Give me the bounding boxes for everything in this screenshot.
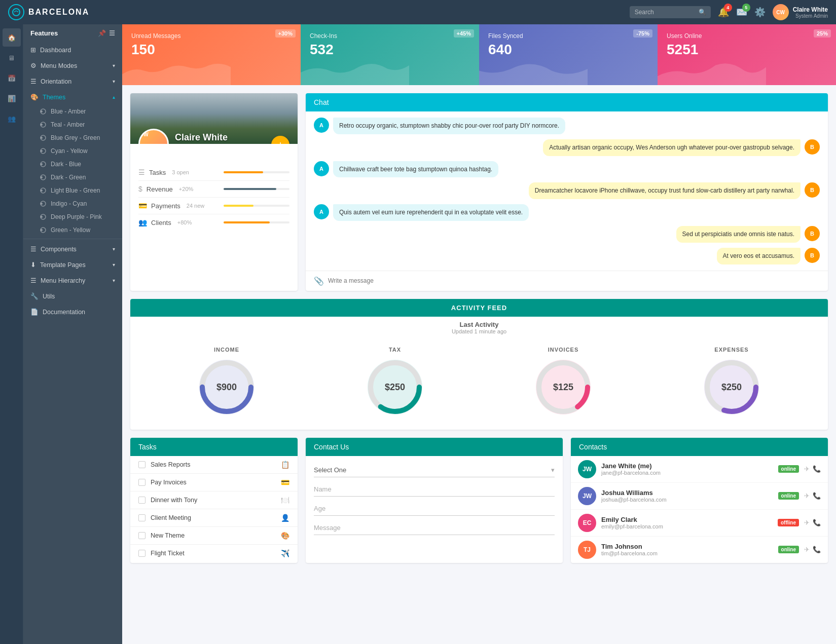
chat-bubble: Dreamcatcher locavore iPhone chillwave, … [529, 182, 801, 199]
sidebar-item-dashboard[interactable]: ⊞ Dashboard [23, 42, 122, 58]
orientation-icon: ☰ [30, 78, 37, 85]
contact-name: Jane White (me) [601, 462, 773, 470]
stat-chart [658, 60, 766, 85]
donut-value: $125 [553, 382, 573, 392]
donut-expenses: EXPENSES $250 [651, 347, 812, 418]
contact-avatar: EC [578, 514, 596, 532]
sidebar-item-utils[interactable]: 🔧 Utils [23, 288, 122, 304]
phone-icon[interactable]: 📞 [813, 546, 821, 553]
chat-avatar: A [314, 161, 329, 176]
themes-icon: 🎨 [30, 93, 39, 101]
pin-icon[interactable]: 📌 [98, 29, 106, 37]
task-checkbox[interactable] [138, 461, 146, 468]
chat-message: B Actually artisan organic occupy, Wes A… [314, 139, 820, 156]
sidebar-subitem-dark---green[interactable]: Dark - Green [23, 171, 122, 184]
name-input[interactable] [314, 482, 555, 497]
phone-icon[interactable]: 📞 [813, 465, 821, 473]
phone-icon[interactable]: 📞 [813, 492, 821, 500]
contact-item: TJ Tim Johnson tim@pf-barcelona.com onli… [571, 537, 828, 563]
stat-row-detail: 3 open [172, 169, 189, 175]
stat-row-detail: +20% [179, 186, 193, 192]
sidebar-item-orientation[interactable]: ☰ Orientation ▾ [23, 73, 122, 89]
sidebar-item-documentation[interactable]: 📄 Documentation [23, 304, 122, 320]
chat-card: Chat A Retro occupy organic, stumptown s… [306, 93, 828, 291]
sidebar-item-menu-hierarchy[interactable]: ☰ Menu Hierarchy ▾ [23, 273, 122, 288]
menu-icon[interactable]: ☰ [109, 29, 115, 37]
svg-point-4 [41, 124, 43, 126]
send-icon[interactable]: ✈ [804, 546, 810, 553]
contact-info: Joshua Williams joshua@pf-barcelona.com [601, 489, 773, 503]
message-input[interactable] [314, 521, 555, 535]
search-icon: 🔍 [699, 9, 706, 16]
task-checkbox[interactable] [138, 550, 146, 557]
stat-row-label: Tasks [149, 169, 166, 176]
stat-label: Check-Ins [310, 32, 470, 40]
stat-row-label: Clients [151, 219, 171, 226]
search-input[interactable] [635, 9, 696, 16]
chat-input[interactable] [328, 277, 820, 284]
svg-point-2 [41, 110, 43, 112]
sidebar-icon-home[interactable]: 🏠 [3, 28, 21, 47]
sidebar-subitem-light-blue---green[interactable]: Light Blue - Green [23, 184, 122, 197]
message-envelope[interactable]: ✉️ 5 [736, 7, 747, 18]
contact-status: online [778, 492, 799, 500]
logo-icon [8, 4, 24, 20]
attachment-icon[interactable]: 📎 [314, 276, 324, 286]
contact-us-body: Select One [306, 456, 563, 542]
sidebar-item-menu-modes[interactable]: ⚙ Menu Modes ▾ [23, 58, 122, 73]
search-box[interactable]: 🔍 [630, 6, 711, 18]
send-icon[interactable]: ✈ [804, 465, 810, 473]
age-input[interactable] [314, 502, 555, 516]
settings-icon[interactable]: ⚙️ [754, 7, 766, 18]
sidebar-icon-calendar[interactable]: 📅 [3, 69, 21, 87]
chevron-down-icon: ▾ [113, 246, 115, 252]
updated-label: Updated 1 minute ago [134, 328, 824, 334]
stat-label: Users Online [667, 32, 827, 40]
chat-bubble: Quis autem vel eum iure reprehenderit qu… [333, 204, 529, 221]
contact-status: offline [778, 519, 799, 526]
chat-message: B At vero eos et accusamus. [314, 248, 820, 264]
task-item: Client Meeting 👤 [130, 509, 298, 527]
app-body: 🏠 🖥 📅 📊 👥 Features 📌 ☰ ⊞ Dashboard ⚙ Men… [0, 24, 836, 644]
sidebar-subitem-green---yellow[interactable]: Green - Yellow [23, 223, 122, 237]
stat-chart [301, 60, 409, 85]
donut-value: $250 [385, 382, 405, 392]
sidebar-subitem-teal---amber[interactable]: Teal - Amber [23, 118, 122, 131]
sidebar-subitem-cyan---yellow[interactable]: Cyan - Yellow [23, 144, 122, 158]
notification-bell[interactable]: 🔔 4 [718, 7, 729, 18]
profile-card: CW Claire White + ☰ Tasks 3 open $ Reven… [130, 93, 298, 291]
sidebar-icon-users[interactable]: 👥 [3, 109, 21, 128]
donut-chart: $250 [365, 357, 425, 418]
contact-item: JW Jane White (me) jane@pf-barcelona.com… [571, 456, 828, 483]
dashboard-icon: ⊞ [30, 46, 36, 54]
sidebar-subitem-deep-purple---pink[interactable]: Deep Purple - Pink [23, 210, 122, 223]
task-checkbox[interactable] [138, 479, 146, 486]
sidebar-subitem-dark---blue[interactable]: Dark - Blue [23, 158, 122, 171]
hierarchy-icon: ☰ [30, 277, 37, 284]
task-checkbox[interactable] [138, 497, 146, 504]
sidebar-subitem-indigo---cyan[interactable]: Indigo - Cyan [23, 197, 122, 210]
sidebar-item-components[interactable]: ☰ Components ▾ [23, 241, 122, 257]
user-name: Claire White [793, 6, 828, 13]
task-checkbox[interactable] [138, 532, 146, 539]
sidebar-subitem-blue-grey---green[interactable]: Blue Grey - Green [23, 131, 122, 144]
sidebar-item-template-pages[interactable]: ⬇ Template Pages ▾ [23, 257, 122, 273]
chat-avatar: B [805, 248, 820, 263]
send-icon[interactable]: ✈ [804, 519, 810, 526]
task-checkbox[interactable] [138, 514, 146, 521]
sidebar-item-themes[interactable]: 🎨 Themes ▴ [23, 89, 122, 105]
sidebar-subitem-blue---amber[interactable]: Blue - Amber [23, 105, 122, 118]
sidebar-icon-chart[interactable]: 📊 [3, 89, 21, 107]
stat-row-icon: 💳 [138, 202, 147, 210]
sidebar-icon-monitor[interactable]: 🖥 [3, 49, 21, 67]
phone-icon[interactable]: 📞 [813, 519, 821, 526]
contact-select[interactable]: Select One [314, 463, 555, 477]
svg-point-20 [41, 229, 43, 231]
avatar: CW [773, 4, 789, 20]
user-info[interactable]: CW Claire White System Admin [773, 4, 828, 20]
send-icon[interactable]: ✈ [804, 492, 810, 500]
stat-chart [122, 60, 231, 85]
activity-feed: ACTIVITY FEED Last Activity Updated 1 mi… [130, 299, 828, 430]
contact-name: Joshua Williams [601, 489, 773, 497]
main-grid: CW Claire White + ☰ Tasks 3 open $ Reven… [122, 85, 836, 299]
